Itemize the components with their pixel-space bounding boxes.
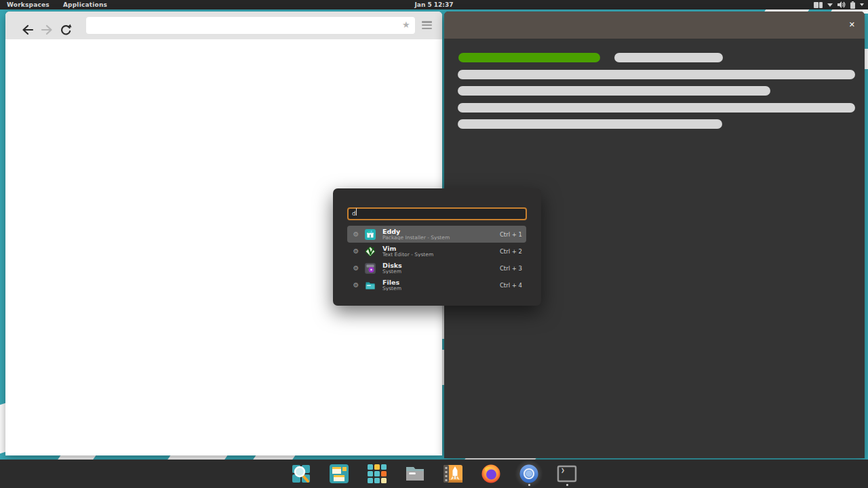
disks-icon	[365, 263, 376, 274]
app-description: System	[382, 269, 500, 274]
files-icon[interactable]	[404, 463, 426, 485]
skeleton-bar	[458, 70, 855, 79]
skeleton-bar	[614, 53, 723, 62]
app-grid-icon[interactable]	[366, 463, 388, 485]
app-search-icon[interactable]	[290, 463, 312, 485]
search-input[interactable]	[347, 207, 527, 220]
firefox-icon[interactable]	[480, 463, 502, 485]
app-name: Eddy	[382, 228, 500, 235]
dock: ❯	[0, 460, 868, 488]
app-description: System	[382, 286, 500, 291]
top-panel: Workspaces Applications Jan 5 12:37	[0, 0, 868, 9]
system-tray	[814, 0, 864, 9]
reload-icon[interactable]	[58, 22, 73, 37]
address-bar[interactable]	[86, 17, 415, 34]
clock[interactable]: Jan 5 12:37	[0, 1, 868, 8]
skeleton-bar	[458, 119, 722, 129]
battery-icon[interactable]	[850, 1, 855, 9]
shortcut-label: Ctrl + 1	[500, 231, 526, 238]
skeleton-bar	[458, 103, 855, 113]
gear-icon[interactable]: ⚙	[347, 230, 365, 238]
app-name: Vim	[382, 245, 500, 252]
running-indicator	[566, 484, 568, 486]
gear-icon[interactable]: ⚙	[347, 264, 365, 272]
svg-text:❯: ❯	[561, 468, 565, 473]
star-icon[interactable]: ★	[402, 20, 410, 30]
launcher-item-vim[interactable]: ⚙ Vim Text Editor - System Ctrl + 2	[347, 243, 526, 260]
caret-down-icon[interactable]	[827, 3, 833, 7]
close-icon[interactable]: ✕	[849, 20, 855, 30]
gear-icon[interactable]: ⚙	[347, 281, 365, 289]
app-description: Text Editor - System	[382, 252, 500, 258]
chromium-icon[interactable]	[518, 463, 540, 485]
menu-icon[interactable]	[422, 21, 432, 29]
launcher-item-eddy[interactable]: ⚙ Eddy Package Installer - System Ctrl +…	[347, 226, 526, 243]
eddy-icon	[365, 229, 376, 240]
forward-icon[interactable]	[39, 22, 54, 37]
launcher-item-files[interactable]: ⚙ Files System Ctrl + 4	[347, 277, 526, 293]
app-name: Files	[382, 279, 500, 286]
vim-icon	[365, 246, 376, 257]
running-indicator	[528, 484, 530, 486]
launcher-results: ⚙ Eddy Package Installer - System Ctrl +…	[347, 226, 526, 293]
shortcut-label: Ctrl + 2	[500, 248, 526, 255]
terminal-icon[interactable]: ❯	[556, 463, 578, 485]
launcher-item-disks[interactable]: ⚙ Disks System Ctrl + 3	[347, 260, 526, 277]
shortcut-label: Ctrl + 3	[500, 265, 526, 272]
skeleton-bar-green	[458, 53, 600, 62]
placeholder-titlebar[interactable]: ✕	[444, 12, 865, 39]
keyboard-layout-icon[interactable]	[814, 2, 823, 8]
app-name: Disks	[382, 262, 500, 269]
desktop: Workspaces Applications Jan 5 12:37	[0, 0, 868, 488]
skeleton-bar	[458, 86, 770, 96]
app-launcher-popup: ⚙ Eddy Package Installer - System Ctrl +…	[333, 188, 541, 306]
screencast-icon[interactable]	[442, 463, 464, 485]
back-icon[interactable]	[20, 22, 35, 37]
text-caret	[356, 208, 357, 216]
app-description: Package Installer - System	[382, 235, 500, 241]
shortcut-label: Ctrl + 4	[500, 282, 526, 289]
browser-toolbar: ★	[5, 12, 442, 39]
gear-icon[interactable]: ⚙	[347, 247, 365, 255]
multitasking-icon[interactable]	[328, 463, 350, 485]
volume-icon[interactable]	[837, 1, 846, 8]
files-icon	[365, 280, 376, 291]
caret-down-icon[interactable]	[860, 3, 864, 6]
